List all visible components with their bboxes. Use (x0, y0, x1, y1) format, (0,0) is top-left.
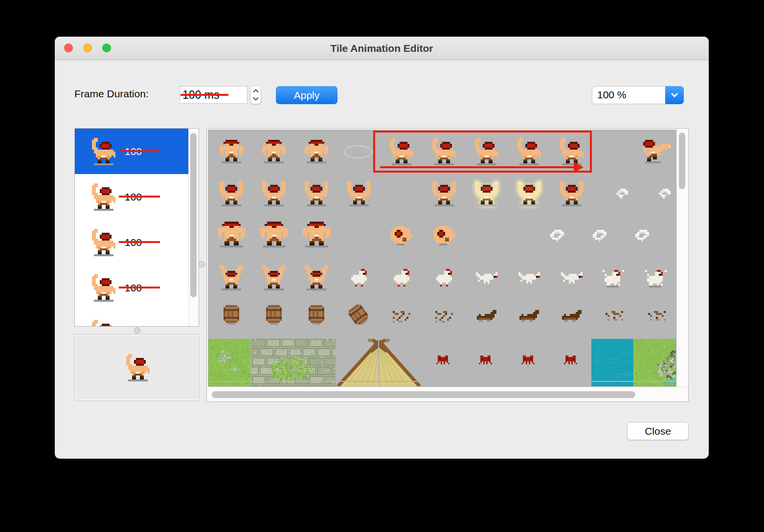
tile-strongman-arms-up-glow[interactable] (516, 181, 541, 206)
tile-critter[interactable] (436, 355, 449, 364)
tile-strongman-wave[interactable] (558, 138, 584, 165)
titlebar[interactable]: Tile Animation Editor (55, 37, 709, 60)
minimize-traffic-light-icon[interactable] (83, 44, 92, 52)
tile-barrel[interactable] (222, 305, 239, 325)
tile-strongman-wave[interactable] (473, 138, 498, 165)
tile-chicken-fly[interactable] (559, 272, 583, 284)
tile-critter[interactable] (564, 355, 577, 364)
tile-chicken-fly[interactable] (474, 272, 497, 284)
frame-list-item[interactable]: 100 (75, 310, 188, 327)
zoom-combobox[interactable]: 100 % (592, 86, 684, 104)
chevron-up-icon (253, 89, 258, 94)
tile-water[interactable] (591, 339, 634, 386)
tile-strongman-arms-up-glow[interactable] (473, 181, 498, 206)
apply-button[interactable]: Apply (276, 86, 337, 104)
tile-chicken[interactable] (392, 269, 409, 287)
tile-strongman-arms-up[interactable] (303, 181, 328, 206)
frame-list-scrollbar-thumb[interactable] (190, 133, 197, 297)
tile-debris[interactable] (433, 311, 453, 323)
annotation-strikethrough (119, 150, 160, 152)
frame-list-item[interactable]: 100 (75, 174, 188, 220)
tile-dirt-fly[interactable] (646, 311, 666, 321)
stepper-down-button[interactable] (250, 95, 261, 104)
tile-chicken-land[interactable] (645, 270, 667, 288)
tile-strongman-arms-up[interactable] (218, 181, 243, 206)
tile-smoke-swirl[interactable] (635, 230, 649, 242)
stepper-up-button[interactable] (250, 86, 261, 95)
tile-strongman-wave[interactable] (516, 138, 541, 165)
tile-strongman-wave[interactable] (430, 138, 456, 165)
chevron-down-icon (253, 95, 258, 101)
tile-dirt-pile[interactable] (560, 310, 582, 322)
tile-strongman-hunch[interactable] (258, 222, 288, 247)
splitter-handle[interactable] (199, 261, 205, 267)
tile-strongman-arms-up[interactable] (260, 181, 286, 206)
tile-critter[interactable] (521, 355, 535, 364)
tile-grass[interactable] (208, 339, 251, 386)
tileset-view[interactable] (208, 130, 676, 387)
tile-barrel[interactable] (307, 305, 324, 325)
tile-strongman-wave[interactable] (388, 138, 413, 165)
tile-smoke-puff[interactable] (659, 189, 671, 199)
tile-strongman-flex[interactable] (218, 265, 243, 290)
frame-list-scrollbar[interactable] (188, 129, 199, 326)
tile-strongman-arms-up[interactable] (430, 181, 456, 206)
frame-duration-label: Frame Duration: (74, 88, 149, 100)
tile-dirt-pile[interactable] (517, 310, 539, 322)
tile-chicken-land[interactable] (603, 270, 624, 288)
tile-strongman-flex[interactable] (303, 265, 328, 290)
tile-critter[interactable] (479, 355, 492, 364)
tileset-horizontal-scrollbar[interactable] (208, 387, 688, 401)
frame-list-item[interactable]: 100 (75, 129, 188, 174)
tile-strongman-stand[interactable] (260, 140, 286, 163)
tile-chicken[interactable] (349, 269, 367, 287)
annotation-strikethrough (119, 241, 160, 243)
tile-barrel-tilt[interactable] (345, 303, 371, 329)
tile-stone-grass-right[interactable] (251, 339, 294, 386)
tile-smoke-swirl[interactable] (593, 230, 607, 242)
tile-strongman-stand[interactable] (218, 140, 243, 163)
tile-barrel[interactable] (264, 305, 282, 325)
frame-sprite (89, 228, 117, 257)
tile-strongman-punch[interactable] (641, 140, 671, 163)
annotation-strikethrough (119, 196, 160, 198)
tile-ghost-ellipse[interactable] (344, 145, 372, 158)
tile-animation-editor-window: Tile Animation Editor Frame Duration: Ap… (55, 37, 709, 459)
tileset-panel (206, 128, 689, 402)
frame-sprite (89, 319, 117, 327)
close-traffic-light-icon[interactable] (64, 44, 73, 52)
tile-strongman-hunch[interactable] (215, 222, 245, 247)
tileset-horizontal-scrollbar-thumb[interactable] (212, 391, 635, 398)
tile-dirt-pile[interactable] (475, 310, 496, 322)
tile-smoke-puff[interactable] (616, 189, 628, 199)
tile-strongman-arms-up[interactable] (558, 181, 584, 206)
zoom-dropdown-button[interactable] (665, 86, 684, 104)
close-button[interactable]: Close (627, 422, 689, 440)
tile-grass-rock[interactable] (634, 339, 676, 386)
tile-dirt-fly[interactable] (604, 311, 623, 321)
frame-sprite (89, 137, 117, 166)
traffic-lights (64, 44, 111, 52)
desktop-background: Tile Animation Editor Frame Duration: Ap… (0, 0, 764, 532)
tile-tent-left[interactable] (336, 339, 422, 386)
tileset-vertical-scrollbar-thumb[interactable] (679, 133, 685, 189)
frame-list-item[interactable]: 100 (75, 265, 188, 310)
tile-strongman-arms-up[interactable] (345, 181, 371, 206)
tile-chicken-fly[interactable] (517, 272, 540, 284)
zoom-traffic-light-icon[interactable] (102, 44, 111, 52)
chevron-down-icon (671, 90, 678, 97)
tile-strongman-stand[interactable] (303, 140, 328, 163)
frame-list-item[interactable]: 100 (75, 220, 188, 265)
tile-stone-grass-left[interactable] (293, 339, 337, 386)
tile-strongman-roll[interactable] (389, 226, 412, 245)
tileset-vertical-scrollbar[interactable] (676, 130, 687, 387)
tile-strongman-roll[interactable] (431, 226, 455, 245)
tile-strongman-hunch[interactable] (300, 222, 330, 247)
tile-debris[interactable] (391, 311, 410, 323)
tile-smoke-swirl[interactable] (550, 230, 564, 242)
tile-strongman-flex[interactable] (260, 265, 286, 290)
splitter-handle[interactable] (134, 327, 140, 333)
frame-sprite (89, 274, 117, 302)
frame-duration-field-wrap (180, 86, 247, 104)
tile-chicken[interactable] (434, 269, 452, 287)
